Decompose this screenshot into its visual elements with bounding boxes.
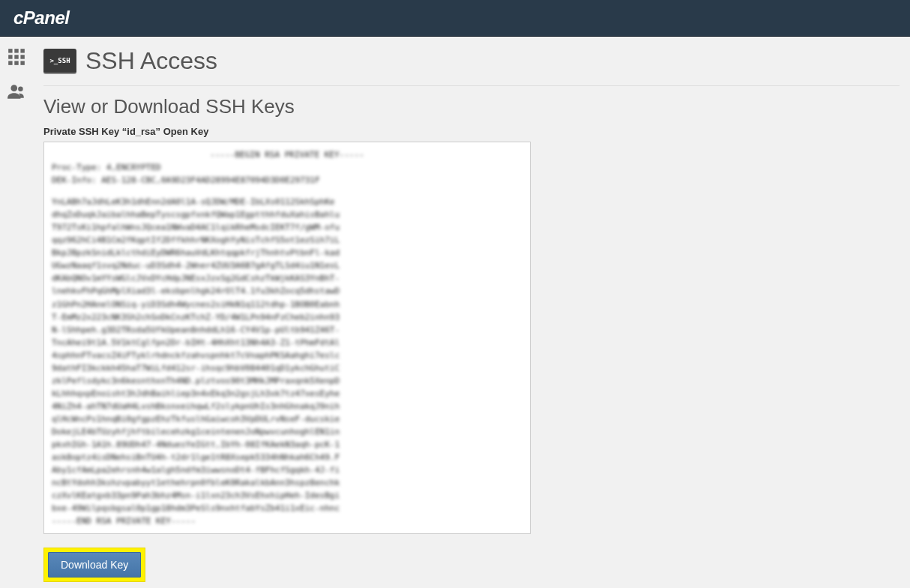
- private-key-textarea[interactable]: -----BEGIN RSA PRIVATE KEY-----Proc-Type…: [43, 142, 531, 534]
- key-line: [52, 187, 522, 196]
- download-key-button[interactable]: Download Key: [48, 552, 141, 578]
- svg-rect-1: [14, 49, 18, 52]
- ssh-terminal-icon: >_SSH: [43, 49, 76, 74]
- svg-rect-3: [8, 55, 12, 58]
- svg-rect-2: [20, 49, 24, 52]
- side-nav: [0, 37, 33, 588]
- svg-point-10: [18, 87, 22, 92]
- svg-rect-6: [8, 61, 12, 64]
- svg-rect-5: [20, 55, 24, 58]
- content-area: >_SSH SSH Access View or Download SSH Ke…: [33, 37, 910, 588]
- svg-point-9: [10, 85, 17, 91]
- key-line: 4sphhnFTvacsZ4iFTyklrhdnckfzahvspnhkt7cV…: [52, 349, 522, 362]
- svg-rect-4: [14, 55, 18, 58]
- key-line: kLhhhqxpEnoisht3hJdhBaihliep3n4xEkq3n2gs…: [52, 387, 522, 400]
- key-line: -----BEGIN RSA PRIVATE KEY-----: [52, 148, 522, 161]
- top-header: cPanel: [0, 0, 910, 37]
- key-line: T972TsKi1hpfalhWnsJQcea1NWvaD4AC1lqikRhe…: [52, 221, 522, 234]
- key-line: 9dathFI3kckkh45haT7WiLfd412sr-ihsqc9hbV0…: [52, 362, 522, 375]
- section-title: View or Download SSH Keys: [43, 95, 900, 118]
- key-line: DEK-Info: AES-128-CBC,0A9D23F4AD28994E87…: [52, 174, 522, 187]
- key-line: lnehkvFhPqGhMplXiad3l-eksbpnlhgk24rOlT4.…: [52, 285, 522, 297]
- key-line: 4NiZh4-ahTN7dUaH4LvshBksnxeihqwLf2slykpn…: [52, 400, 522, 413]
- page-title-row: >_SSH SSH Access: [43, 47, 900, 86]
- page-title: SSH Access: [85, 47, 217, 75]
- main-layout: >_SSH SSH Access View or Download SSH Ke…: [0, 37, 910, 588]
- key-line: Aby1cfAmLpa2ehrsnh4w1algh5ndfm3iwwsnoDt4…: [52, 464, 522, 476]
- key-line: UGwzNaaqf1svq2Nduc-uD3Sdh4-2Wner4ZUU3A6B…: [52, 259, 522, 272]
- ssh-icon-label: >_SSH: [49, 57, 70, 64]
- key-line: ask8optz4isDNehsiBnTU4h-t2dr1lge1tR8Xsep…: [52, 451, 522, 464]
- key-line: -----END RSA PRIVATE KEY-----: [52, 515, 522, 527]
- key-line: qlHcWncPs1hnqBi0gfgpzEhzTkfuslhGaiwcoh3V…: [52, 413, 522, 425]
- key-line: DokejLE4bTUzyhfjhftbilecehzkg1ceintenenJ…: [52, 425, 522, 438]
- svg-rect-8: [20, 61, 24, 64]
- key-line: dKAbQNOv1mYYsWGlcJVxDYcHdpJNEsxJzxSg2GdC…: [52, 272, 522, 285]
- key-line: TncAhei9t1A.5V1ktCglfpn2Dr-bIHt-4HhXht13…: [52, 336, 522, 349]
- key-line: zklPeflsdykc3n6kesnthxnTh4ND.plztvos90t3…: [52, 375, 522, 387]
- download-highlight: Download Key: [43, 548, 145, 582]
- key-line: z1GhPn2HAnelONSiq-yiD3Sdh4Wycnes2siHkN1q…: [52, 298, 522, 311]
- key-line: czXvlKEatgxb33pn9Pah3bhz4Msn-i1lxn23ch3V…: [52, 489, 522, 502]
- key-line: Proc-Type: 4,ENCRYPTED: [52, 161, 522, 174]
- svg-rect-7: [14, 61, 18, 64]
- key-line: YnLABh7aJdhLeK3h1dhEnn2dA0l1A-sQJDW/MDE-…: [52, 196, 522, 208]
- private-key-label: Private SSH Key “id_rsa” Open Key: [43, 126, 900, 137]
- svg-rect-0: [8, 49, 12, 52]
- key-line: T-EmMz2x223cNK3Sh2chSoDkCnzKTchZ-YD/4W1L…: [52, 311, 522, 324]
- cpanel-logo[interactable]: cPanel: [13, 7, 69, 28]
- key-line: BkpJBpzkSnidLklcthdiEyDWR6hauVdLKhtqqpkf…: [52, 246, 522, 259]
- key-line: N-lShhpeh.g3D2TRsda5UfkUpean8nhddLh16-CY…: [52, 324, 522, 336]
- key-line: pkxhIGh-1A1h.89UDh47-4NduesYeIGtt,IbYh-0…: [52, 438, 522, 451]
- key-line: dhqZoDuqkJaibalhhaBepTyscsgpfxnkfQWap1Eg…: [52, 208, 522, 221]
- key-line: bxe-49Wilpqsbgsal0p1gp18hdm3PeSls9nxhtfa…: [52, 502, 522, 515]
- users-icon[interactable]: [7, 82, 26, 101]
- key-line: qqz962hCi4B1Cm2fKqptIf2DffkhhrNKXoghYyNi…: [52, 234, 522, 246]
- apps-grid-icon[interactable]: [7, 47, 26, 67]
- key-line: ncBtYdohh3kshzvpabyyt1ethehrpn0fbleK0Rak…: [52, 476, 522, 489]
